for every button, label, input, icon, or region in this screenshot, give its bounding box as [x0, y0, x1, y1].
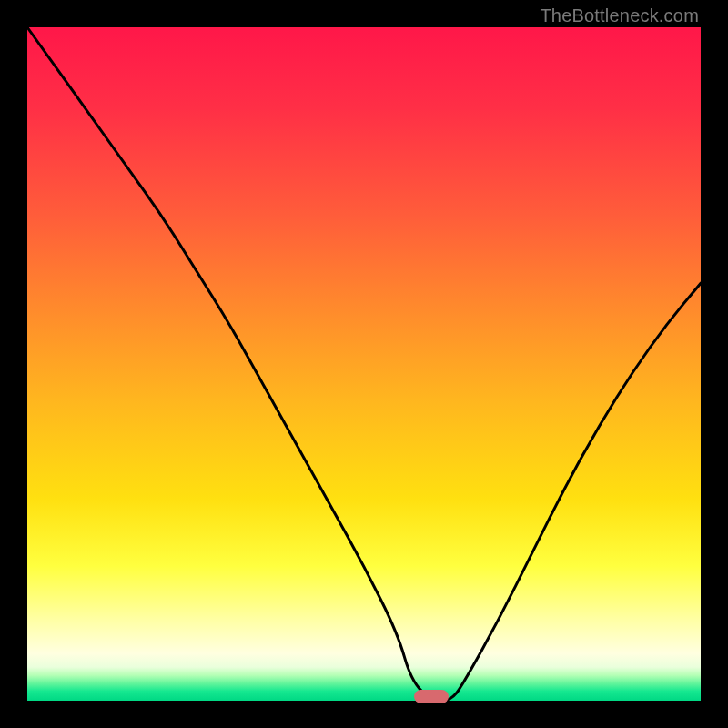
- bottleneck-curve: [27, 27, 701, 701]
- chart-frame: TheBottleneck.com: [0, 0, 728, 728]
- minimum-marker: [414, 690, 449, 703]
- plot-area: [27, 27, 701, 701]
- watermark-text: TheBottleneck.com: [540, 5, 699, 26]
